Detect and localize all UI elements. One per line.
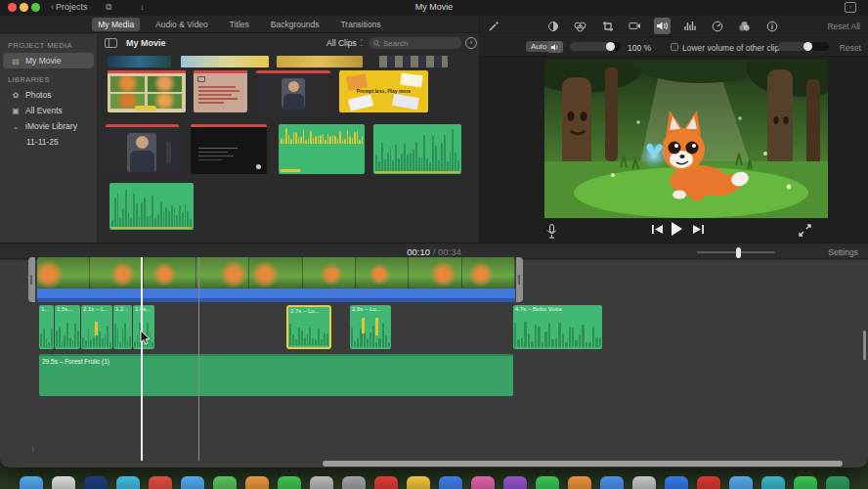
play-button[interactable] [670,222,683,236]
clip-info-icon[interactable] [763,18,780,34]
dock-icon[interactable] [729,476,753,489]
media-thumb-audio-wave-2[interactable] [109,183,194,230]
noise-reduction-icon[interactable] [681,18,698,34]
clip-trim-handle-right[interactable] [516,257,523,302]
total-time: / 00:34 [433,246,461,257]
media-thumb-presenter[interactable] [256,70,330,112]
media-thumb-presenter-2[interactable] [106,124,179,174]
sidebar-toggle-icon[interactable] [105,38,117,48]
volume-icon[interactable] [654,18,671,34]
dock-icon[interactable] [342,476,366,489]
dock-icon[interactable] [471,476,495,489]
clip-strip[interactable] [379,56,448,67]
sidebar-item-library-date[interactable]: 11-11-25 [3,134,94,150]
lower-volume-checkbox[interactable] [671,43,678,51]
clip-trim-handle-left[interactable] [28,257,35,302]
dock-icon[interactable] [278,476,301,489]
dock-icon[interactable] [568,476,591,489]
next-frame-button[interactable] [693,224,704,235]
tab-my-media[interactable]: My Media [92,18,140,31]
media-thumb-audio-wave[interactable] [373,124,461,174]
filters-icon[interactable] [736,18,753,34]
share-icon[interactable]: ↑ [845,2,856,13]
photos-icon: ✿ [11,91,21,100]
clip-strip[interactable] [181,56,269,67]
audio-clip[interactable]: 1.2... [113,305,132,349]
audio-clip[interactable]: 2.1s – L... [81,305,112,349]
dock-icon[interactable] [632,476,656,489]
dock-icon[interactable] [181,476,204,489]
preview-area [479,57,868,243]
skimmer-line [198,257,199,461]
dock-icon[interactable] [374,476,398,489]
audio-clip[interactable]: 1.5s... [55,305,80,349]
project-media-header: PROJECT MEDIA [0,34,97,53]
audio-clip-bobo-voice[interactable]: 4.7s – Bobo Voice [513,305,602,349]
tab-audio-video[interactable]: Audio & Video [150,18,214,31]
volume-slider[interactable] [570,42,621,51]
previous-frame-button[interactable] [652,224,663,235]
volume-reset-button[interactable]: Reset [840,43,861,53]
sidebar-item-photos[interactable]: ✿ Photos [3,87,94,103]
music-clip[interactable]: 29.5s – Forest Frolic (1) [39,354,513,396]
dock-icon[interactable] [213,476,237,489]
sidebar-item-all-events[interactable]: ▣ All Events [3,103,94,118]
mouse-cursor [140,331,151,345]
content-forward-icon[interactable]: › [465,37,477,49]
dock-icon[interactable] [697,476,720,489]
dock-icon[interactable] [439,476,462,489]
media-thumb-promo[interactable]: Prompt less, Play more [339,70,428,112]
media-thumb-fox-grid[interactable] [108,70,186,112]
tab-titles[interactable]: Titles [224,18,255,31]
search-box[interactable] [369,37,461,49]
tab-backgrounds[interactable]: Backgrounds [265,18,326,31]
fullscreen-icon[interactable] [799,224,811,237]
dock-icon[interactable] [503,476,527,489]
sidebar-item-my-movie[interactable]: ▤ My Movie [3,53,94,68]
video-clip-filmstrip[interactable] [37,257,515,289]
timeline-zoom-slider[interactable] [697,251,775,253]
dock-icon[interactable] [149,476,172,489]
dock-icon[interactable] [826,476,849,489]
search-input[interactable] [383,39,452,48]
clip-strip[interactable] [277,56,363,67]
vertical-scrollbar[interactable] [863,331,866,360]
lower-volume-slider[interactable] [778,42,829,51]
filmstrip-frame [196,257,249,289]
dock-icon[interactable] [794,476,817,489]
audio-clip[interactable]: 1... [39,305,54,349]
dock-icon[interactable] [310,476,333,489]
stabilization-icon[interactable] [627,18,643,34]
record-voiceover-icon[interactable] [546,224,557,239]
dock-icon[interactable] [761,476,785,489]
tab-transitions[interactable]: Transitions [334,18,386,31]
audio-clip-selected[interactable]: 2.7s – Lu... [286,305,331,349]
timeline-settings-button[interactable]: Settings [828,247,858,257]
enhance-wand-icon[interactable] [488,20,500,32]
horizontal-scrollbar[interactable] [323,461,843,467]
dock-icon[interactable] [84,476,108,489]
dock-icon[interactable] [20,476,43,489]
media-thumb-screen-recording[interactable] [191,124,267,174]
color-correction-icon[interactable] [572,18,588,34]
dock-icon[interactable] [407,476,430,489]
clip-filter-dropdown[interactable]: All Clips ⌃⌄ [326,38,364,48]
dock-icon[interactable] [536,476,559,489]
dock-icon[interactable] [116,476,140,489]
clip-strip[interactable] [108,56,171,67]
dock-icon[interactable] [665,476,688,489]
reset-all-button[interactable]: Reset All [827,22,860,31]
media-thumb-notes-doc[interactable] [194,70,247,112]
sidebar-item-imovie-library[interactable]: ⌄ iMovie Library [3,118,94,134]
dock-icon[interactable] [52,476,75,489]
dock-icon[interactable] [600,476,624,489]
video-clip-audio-bar[interactable] [37,289,515,302]
speed-icon[interactable] [709,18,725,34]
audio-clip[interactable]: 2.6s – Lu... [350,305,391,349]
mute-button[interactable] [547,41,563,53]
color-balance-icon[interactable] [544,18,561,34]
media-thumb-audio-yellow[interactable] [279,124,365,174]
crop-icon[interactable] [599,18,616,34]
playhead[interactable] [141,257,143,461]
dock-icon[interactable] [245,476,269,489]
